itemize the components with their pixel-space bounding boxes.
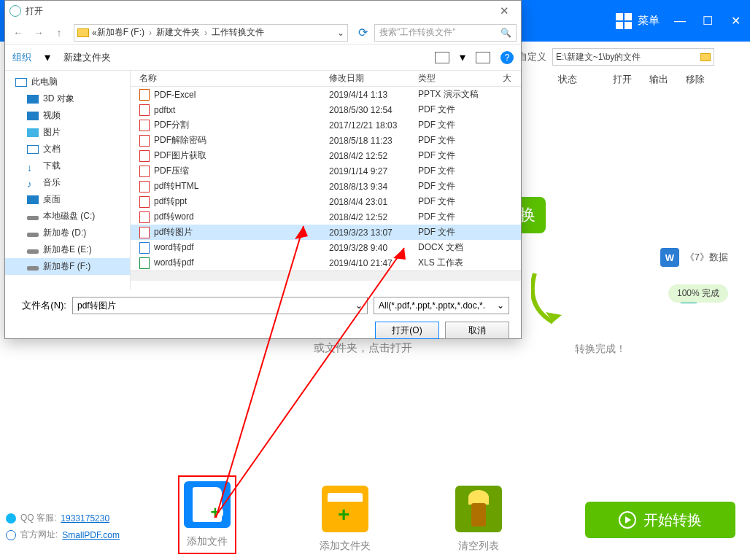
site-link[interactable]: SmallPDF.com [62,530,120,540]
view-mode-button[interactable] [435,52,449,63]
chevron-down-icon[interactable]: ⌄ [497,300,504,311]
cancel-button[interactable]: 取消 [445,322,509,339]
preview-pane-button[interactable] [476,52,490,63]
tree-drive-d[interactable]: 新加卷 (D:) [5,225,130,241]
tree-pictures[interactable]: 图片 [5,124,130,141]
file-row[interactable]: PDF-Excel2019/4/14 1:13PPTX 演示文稿 [131,87,521,102]
new-folder-button[interactable]: 新建文件夹 [63,51,111,64]
col-date[interactable]: 修改日期 [320,72,409,85]
footer-links: QQ 客服: 1933175230 官方网址: SmallPDF.com [6,512,120,545]
organize-menu[interactable]: 组织 [12,51,31,64]
file-row[interactable]: pdf转ppt2018/4/4 23:01PDF 文件 [131,194,521,209]
open-button[interactable]: 打开(O) [375,322,439,339]
tree-videos[interactable]: 视频 [5,107,130,124]
folder-icon[interactable] [700,53,711,61]
horizontal-scrollbar[interactable] [131,271,521,281]
pc-icon [15,78,27,87]
file-open-dialog: 打开 ✕ ← → ↑ « 新加卷F (F:) › 新建文件夹 › 工作转换文件 … [4,0,522,339]
tree-drive-e[interactable]: 新加卷E (E:) [5,241,130,258]
filename-label: 文件名(N): [17,299,66,312]
dialog-close-button[interactable]: ✕ [492,4,517,18]
qq-link[interactable]: 1933175230 [61,513,109,524]
file-name: PDF-Excel [154,90,196,100]
tree-downloads[interactable]: 下载 [5,158,130,174]
tree-documents[interactable]: 文档 [5,141,130,158]
file-date: 2019/3/23 13:07 [320,228,409,238]
drive-icon [27,233,39,237]
col-size[interactable]: 大 [494,72,521,85]
add-folder-button[interactable]: 添加文件夹 [320,486,371,553]
file-icon [139,104,150,116]
file-icon [139,227,150,238]
app-toolbar: 自定义 E:\新建文~1\by的文件 [518,42,750,72]
file-icon [139,211,150,223]
file-date: 2018/8/13 9:34 [320,182,409,192]
app-logo-icon [9,5,21,17]
col-type[interactable]: 类型 [409,72,494,85]
file-name: PDF分割 [154,119,189,131]
minimize-button[interactable]: — [673,14,687,28]
file-row[interactable]: word转pdf2019/4/10 21:47XLS 工作表 [131,255,521,271]
chevron-down-icon[interactable]: ⌄ [355,300,363,311]
file-row[interactable]: pdf转word2018/4/2 12:52PDF 文件 [131,209,521,225]
folder-icon [77,28,89,37]
menu-button[interactable]: 菜单 [616,13,660,29]
file-name: word转pdf [154,257,194,269]
start-convert-button[interactable]: 开始转换 [585,502,735,538]
file-row[interactable]: PDF压缩2019/1/14 9:27PDF 文件 [131,163,521,179]
tree-desktop[interactable]: 桌面 [5,191,130,208]
output-path-input[interactable]: E:\新建文~1\by的文件 [552,48,714,66]
custom-label[interactable]: 自定义 [518,50,546,63]
crumb[interactable]: 新加卷F (F:) [97,26,144,39]
file-icon [139,135,150,147]
play-icon [619,511,636,529]
file-icon [139,181,150,192]
search-input[interactable]: 搜索"工作转换文件" 🔍 [374,24,517,42]
close-button[interactable]: ✕ [728,14,743,28]
bottom-actions: 添加文件 添加文件夹 清空列表 [179,477,502,553]
clear-list-button[interactable]: 清空列表 [455,486,502,553]
doc-icon [27,145,39,154]
up-button[interactable]: ↑ [50,24,68,42]
crumb[interactable]: 工作转换文件 [212,26,264,39]
clear-label: 清空列表 [458,540,499,553]
file-type: PDF 文件 [409,149,494,162]
tree-this-pc[interactable]: 此电脑 [5,74,130,90]
file-type: PDF 文件 [409,180,494,192]
qq-label: QQ 客服: [20,512,56,524]
file-type: PDF 文件 [409,195,494,208]
file-icon [139,257,150,269]
file-row[interactable]: PDF解除密码2018/5/18 11:23PDF 文件 [131,133,521,148]
file-row[interactable]: pdftxt2018/5/30 12:54PDF 文件 [131,102,521,117]
tree-music[interactable]: 音乐 [5,174,130,191]
col-remove: 移除 [677,73,714,86]
done-label: 转换完成！ [575,343,626,356]
breadcrumb[interactable]: « 新加卷F (F:) › 新建文件夹 › 工作转换文件 ⌄ [74,24,348,42]
file-filter-select[interactable]: All(*.pdf,*.ppt,*.pptx,*.doc,*. ⌄ [374,297,509,314]
crumb[interactable]: 新建文件夹 [156,26,200,39]
file-row[interactable]: PDF分割2017/12/21 18:03PDF 文件 [131,117,521,133]
start-label: 开始转换 [643,510,702,530]
filename-input[interactable]: pdf转图片 ⌄ [72,297,368,314]
file-row[interactable]: pdf转HTML2018/8/13 9:34PDF 文件 [131,179,521,194]
dialog-footer: 文件名(N): pdf转图片 ⌄ All(*.pdf,*.ppt,*.pptx,… [5,289,521,346]
file-name: pdf转图片 [154,226,193,238]
file-row[interactable]: PDF图片获取2018/4/2 12:52PDF 文件 [131,148,521,163]
globe-icon [6,530,16,540]
col-open: 打开 [604,73,641,86]
file-type: PPTX 演示文稿 [409,88,494,101]
tree-drive-c[interactable]: 本地磁盘 (C:) [5,208,130,225]
file-row[interactable]: pdf转图片2019/3/23 13:07PDF 文件 [131,225,521,240]
add-file-button[interactable]: 添加文件 [179,477,235,553]
forward-button[interactable]: → [30,24,47,42]
file-row[interactable]: word转pdf2019/3/28 9:40DOCX 文档 [131,240,521,255]
maximize-button[interactable]: ☐ [700,14,715,28]
task-name: 《7》数据 [685,251,728,264]
tree-3d-objects[interactable]: 3D 对象 [5,90,130,107]
col-name[interactable]: 名称 [131,72,320,85]
back-button[interactable]: ← [9,24,27,42]
help-icon[interactable]: ? [500,51,514,64]
column-headers: 状态 打开 输出 移除 [531,73,750,86]
refresh-button[interactable]: ⟳ [354,26,371,39]
tree-drive-f[interactable]: 新加卷F (F:) [5,258,130,275]
